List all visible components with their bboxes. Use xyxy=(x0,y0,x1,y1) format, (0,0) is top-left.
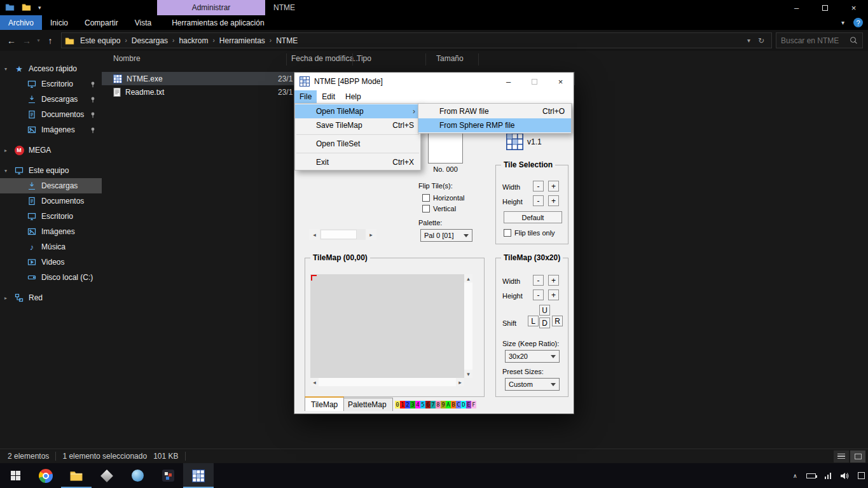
map-width-plus-button[interactable]: + xyxy=(548,275,559,286)
recent-locations-chevron-icon[interactable]: ▾ xyxy=(34,33,43,48)
palette-cell[interactable]: D xyxy=(461,401,466,408)
sidebar-item-acceso-rapido[interactable]: ▾ ★ Acceso rápido xyxy=(0,61,102,76)
up-button[interactable]: ↑ xyxy=(43,33,58,48)
column-divider[interactable] xyxy=(352,53,353,66)
network-icon[interactable] xyxy=(825,472,832,479)
sidebar-item-videos[interactable]: Videos xyxy=(0,254,102,270)
menu-file[interactable]: File xyxy=(294,90,317,103)
sidebar-item-musica[interactable]: ♪ Música xyxy=(0,239,102,254)
sidebar-item-descargas[interactable]: Descargas xyxy=(0,178,102,193)
breadcrumb-descargas[interactable]: Descargas xyxy=(127,36,172,45)
tab-vista[interactable]: Vista xyxy=(127,15,160,30)
column-header-nombre[interactable]: Nombre xyxy=(113,54,141,63)
volume-icon[interactable] xyxy=(840,472,849,480)
ntme-maximize-button[interactable] xyxy=(521,73,548,90)
column-header-tamano[interactable]: Tamaño xyxy=(436,54,464,63)
search-box[interactable] xyxy=(776,32,863,48)
ntme-close-button[interactable]: × xyxy=(548,73,574,90)
ribbon-expand-chevron-icon[interactable]: ▾ xyxy=(841,19,844,26)
tilemap-hscrollbar[interactable]: ◂ ▸ xyxy=(310,378,464,386)
palette-cell[interactable]: A xyxy=(446,401,451,408)
ntme-minimize-button[interactable]: – xyxy=(495,73,521,90)
sidebar-item-mega[interactable]: ▸ M MEGA xyxy=(0,143,102,158)
palette-cell[interactable]: 2 xyxy=(405,401,410,408)
menu-item-open-tileset[interactable]: Open TileSet xyxy=(295,137,420,151)
scroll-down-icon[interactable]: ▾ xyxy=(464,370,472,378)
column-header-fecha[interactable]: Fecha de modifica... xyxy=(291,54,360,63)
default-button[interactable]: Default xyxy=(504,211,562,223)
map-height-plus-button[interactable]: + xyxy=(548,289,559,300)
breadcrumb-hackrom[interactable]: hackrom xyxy=(174,36,212,45)
tab-compartir[interactable]: Compartir xyxy=(76,15,127,30)
qat-customize-chevron-icon[interactable]: ▾ xyxy=(38,4,41,11)
close-button[interactable]: × xyxy=(839,0,868,15)
menu-item-from-raw-file[interactable]: From RAW file Ctrl+O xyxy=(418,104,571,118)
address-dropdown-chevron-icon[interactable]: ▾ xyxy=(747,37,750,44)
collapsed-chevron-icon[interactable]: ▸ xyxy=(4,295,7,301)
size-dropdown[interactable]: 30x20 xyxy=(505,350,560,363)
tile-width-minus-button[interactable]: - xyxy=(533,181,544,192)
tile-height-plus-button[interactable]: + xyxy=(548,195,559,206)
tab-herramientas-de-aplicacion[interactable]: Herramientas de aplicación xyxy=(163,15,272,30)
palette-cell[interactable]: 3 xyxy=(410,401,415,408)
column-divider[interactable] xyxy=(286,53,287,66)
sidebar-item-documentos[interactable]: Documentos xyxy=(0,193,102,209)
search-input[interactable] xyxy=(781,36,850,45)
tilemap-vscrollbar[interactable]: ▴ ▾ xyxy=(464,274,472,378)
shift-right-button[interactable]: R xyxy=(552,316,563,326)
taskbar-app-button-1[interactable] xyxy=(92,463,122,488)
scroll-up-icon[interactable]: ▴ xyxy=(464,274,472,282)
sidebar-item-imagenes[interactable]: Imágenes xyxy=(0,224,102,239)
tilemap-canvas[interactable] xyxy=(310,274,464,378)
shift-left-button[interactable]: L xyxy=(528,316,539,326)
palette-cell[interactable]: 6 xyxy=(425,401,431,408)
address-bar[interactable]: Este equipo › Descargas › hackrom › Herr… xyxy=(61,32,772,48)
palette-strip[interactable]: 0 1 2 3 4 5 6 7 8 9 A B C D E F xyxy=(395,401,476,408)
expand-chevron-icon[interactable]: ▾ xyxy=(4,168,7,174)
start-button[interactable] xyxy=(0,463,31,488)
tab-inicio[interactable]: Inicio xyxy=(42,15,76,30)
palette-cell[interactable]: 1 xyxy=(400,401,405,408)
scroll-left-icon[interactable]: ◂ xyxy=(310,378,319,386)
palette-cell[interactable]: 7 xyxy=(431,401,436,408)
shift-up-button[interactable]: U xyxy=(539,305,550,316)
menu-item-open-tilemap[interactable]: Open TileMap › xyxy=(295,104,420,118)
collapsed-chevron-icon[interactable]: ▸ xyxy=(4,148,7,153)
tileset-hscrollbar[interactable]: ◂ ▸ xyxy=(309,229,376,240)
tile-height-minus-button[interactable]: - xyxy=(533,195,544,206)
breadcrumb-este-equipo[interactable]: Este equipo xyxy=(76,36,125,45)
breadcrumb-ntme[interactable]: NTME xyxy=(272,36,302,45)
details-view-button[interactable] xyxy=(834,450,849,463)
palette-cell[interactable]: B xyxy=(451,401,456,408)
taskbar-app-button-2[interactable] xyxy=(122,463,153,488)
sidebar-item-este-equipo[interactable]: ▾ Este equipo xyxy=(0,163,102,178)
shift-down-button[interactable]: D xyxy=(539,317,550,328)
tab-palettemap[interactable]: PaletteMap xyxy=(341,398,393,411)
menu-item-save-tilemap[interactable]: Save TileMap Ctrl+S xyxy=(295,118,420,132)
sidebar-item-disco-local[interactable]: Disco local (C:) xyxy=(0,270,102,285)
tab-archivo[interactable]: Archivo xyxy=(0,15,42,30)
palette-cell[interactable]: 5 xyxy=(420,401,425,408)
column-divider[interactable] xyxy=(425,53,426,66)
breadcrumb-herramientas[interactable]: Herramientas xyxy=(215,36,270,45)
expand-chevron-icon[interactable]: ▾ xyxy=(4,66,7,72)
sidebar-item-documentos-pinned[interactable]: Documentos xyxy=(0,107,102,122)
help-icon[interactable]: ? xyxy=(853,18,863,27)
menu-item-exit[interactable]: Exit Ctrl+X xyxy=(295,155,420,169)
tile-width-plus-button[interactable]: + xyxy=(548,181,559,192)
flip-horizontal-checkbox[interactable]: Horizontal xyxy=(422,194,465,202)
tab-tilemap[interactable]: TileMap xyxy=(305,396,344,411)
battery-icon[interactable] xyxy=(806,473,816,478)
action-center-icon[interactable] xyxy=(858,472,865,479)
refresh-icon[interactable]: ↻ xyxy=(758,36,764,45)
back-button[interactable]: ← xyxy=(4,33,19,48)
scrollbar-thumb[interactable] xyxy=(320,230,357,239)
column-divider[interactable] xyxy=(478,53,479,66)
map-width-minus-button[interactable]: - xyxy=(533,275,544,286)
column-header-tipo[interactable]: Tipo xyxy=(357,54,371,63)
palette-cell[interactable]: 9 xyxy=(441,401,446,408)
large-icons-view-button[interactable] xyxy=(850,450,865,463)
scroll-left-icon[interactable]: ◂ xyxy=(309,229,320,240)
ntme-titlebar[interactable]: NTME [4BPP Mode] – × xyxy=(294,73,574,90)
taskbar-explorer-button[interactable] xyxy=(61,463,92,488)
